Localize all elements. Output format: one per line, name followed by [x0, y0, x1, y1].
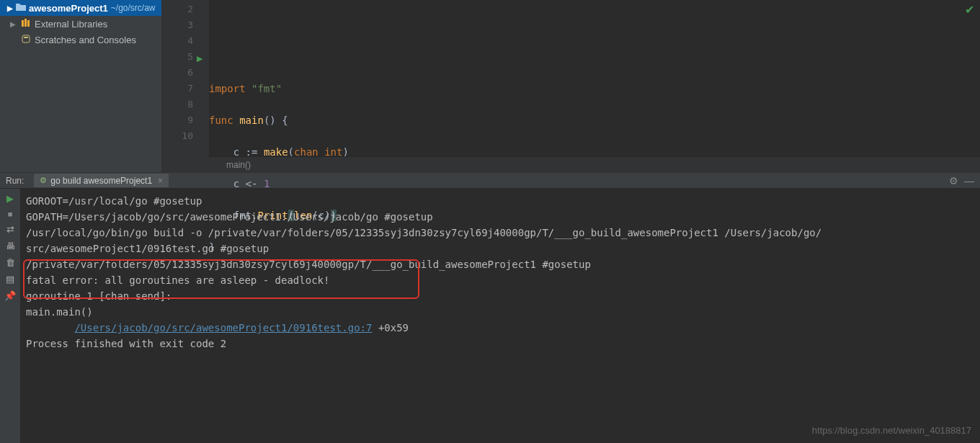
- line-number: 6: [187, 65, 193, 81]
- line-number: 3: [187, 17, 193, 33]
- tree-item-label: External Libraries: [35, 19, 107, 30]
- folder-icon: [16, 3, 26, 14]
- toggle-soft-wrap-icon[interactable]: ⇄: [6, 224, 14, 235]
- tree-item-label: Scratches and Consoles: [35, 35, 136, 45]
- text: () {: [264, 115, 288, 126]
- line-number: 5: [187, 49, 193, 65]
- kw-func: func: [209, 115, 233, 126]
- line-number: 2: [187, 1, 193, 17]
- svg-rect-3: [22, 35, 30, 42]
- go-icon: ⚙: [40, 176, 47, 185]
- stop-icon[interactable]: ■: [8, 210, 13, 218]
- console-line: /Users/jacob/go/src/awesomeProject1/0916…: [26, 320, 974, 336]
- library-icon: [21, 19, 31, 30]
- line-number: 10: [182, 128, 193, 144]
- pin-icon[interactable]: 📌: [4, 290, 16, 301]
- rerun-icon[interactable]: ▶: [6, 193, 14, 204]
- status-ok-icon: ✔: [965, 3, 974, 17]
- console-line: main.main(): [26, 304, 974, 320]
- run-tab-label: go build awesomeProject1: [50, 176, 152, 186]
- code-content[interactable]: import "fmt" func main() { c := make(cha…: [209, 0, 980, 172]
- line-number: 8: [187, 97, 193, 112]
- run-config-tab[interactable]: ⚙ go build awesomeProject1 ×: [34, 174, 169, 187]
- kw-import: import: [209, 83, 246, 94]
- breadcrumb[interactable]: main(): [209, 156, 980, 172]
- chevron-right-icon: ▶: [7, 4, 13, 12]
- watermark: https://blog.csdn.net/weixin_40188817: [812, 423, 971, 439]
- run-label: Run:: [3, 176, 27, 186]
- console-line: /usr/local/go/bin/go build -o /private/v…: [26, 225, 974, 241]
- console-line: GOPATH=/Users/jacob/go/src/awesomeProjec…: [26, 209, 974, 225]
- console-line: Process finished with exit code 2: [26, 336, 974, 352]
- run-gutter-icon[interactable]: ▶: [197, 54, 202, 63]
- text: c <-: [233, 178, 264, 189]
- fn-main: main: [239, 115, 264, 126]
- console-line: src/awesomeProject1/0916test.go #gosetup: [26, 241, 974, 256]
- chevron-right-icon: ▶: [10, 20, 17, 28]
- project-name: awesomeProject1: [29, 3, 108, 14]
- file-link[interactable]: /Users/jacob/go/src/awesomeProject1/0916…: [74, 322, 372, 334]
- editor-and-sidebar: ▶ awesomeProject1 ~/go/src/aw ▶ External…: [0, 0, 980, 173]
- line-number: 7: [187, 81, 193, 97]
- run-panel: ▶ ■ ⇄ 🖶 🗑 ▤ 📌 GOROOT=/usr/local/go #gose…: [0, 189, 980, 443]
- layout-icon[interactable]: ▤: [6, 274, 14, 285]
- num-literal: 1: [264, 178, 270, 189]
- svg-rect-1: [24, 19, 27, 27]
- console-line: /private/var/folders/05/12335syj3dn30zsy…: [26, 256, 974, 272]
- print-icon[interactable]: 🖶: [6, 241, 15, 251]
- close-icon[interactable]: ×: [158, 176, 163, 186]
- scratches-and-consoles[interactable]: Scratches and Consoles: [0, 32, 161, 48]
- gutter: 2 3 4 5 6 7 8 9 10 ▶: [162, 0, 209, 172]
- project-root[interactable]: ▶ awesomeProject1 ~/go/src/aw: [0, 0, 161, 16]
- console-output[interactable]: GOROOT=/usr/local/go #gosetup GOPATH=/Us…: [20, 189, 980, 443]
- svg-rect-0: [22, 20, 24, 27]
- console-error-line: fatal error: all goroutines are asleep -…: [26, 272, 974, 288]
- project-path: ~/go/src/aw: [111, 3, 156, 13]
- trash-icon[interactable]: 🗑: [6, 257, 15, 268]
- svg-rect-2: [27, 20, 30, 27]
- svg-rect-4: [24, 37, 28, 38]
- console-line: GOROOT=/usr/local/go #gosetup: [26, 193, 974, 209]
- scratch-icon: [21, 35, 31, 45]
- line-number: 9: [187, 112, 193, 128]
- project-sidebar: ▶ awesomeProject1 ~/go/src/aw ▶ External…: [0, 0, 162, 172]
- external-libraries[interactable]: ▶ External Libraries: [0, 16, 161, 32]
- run-toolbar: ▶ ■ ⇄ 🖶 🗑 ▤ 📌: [0, 189, 20, 443]
- line-number: 4: [187, 33, 193, 49]
- code-editor[interactable]: 2 3 4 5 6 7 8 9 10 ▶ import "fmt" func m…: [162, 0, 980, 172]
- console-line: goroutine 1 [chan send]:: [26, 288, 974, 304]
- import-path: "fmt": [251, 83, 282, 94]
